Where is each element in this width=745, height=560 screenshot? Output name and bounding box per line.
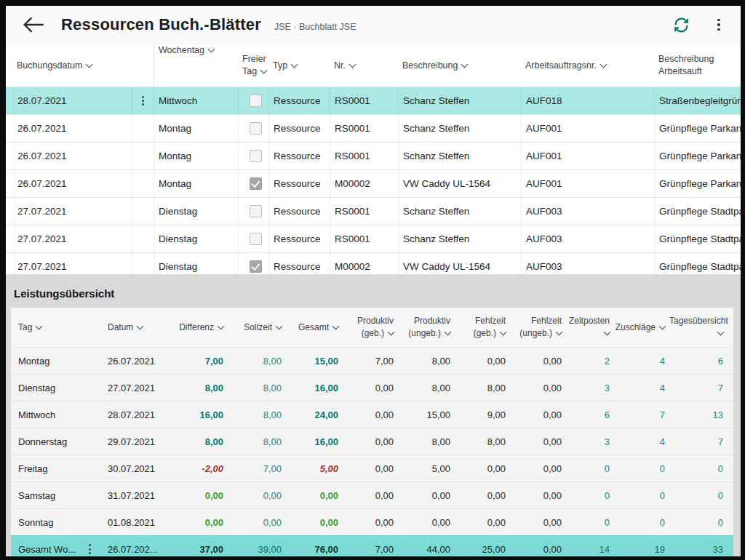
tagesuebersicht-link[interactable]: 0 <box>669 463 733 474</box>
tagesuebersicht-link[interactable]: 7 <box>669 436 733 447</box>
column-header-produktiv-ungeb[interactable]: Produktiv (ungeb.) <box>398 315 455 340</box>
differenz-value[interactable]: -2,00 <box>175 463 228 474</box>
differenz-value[interactable]: 8,00 <box>175 383 228 393</box>
row-menu-icon[interactable] <box>87 543 92 556</box>
arbeitsauftrag-link[interactable]: Grünpflege Stadtpark <box>654 225 741 252</box>
zuschlaege-link[interactable]: 4 <box>614 383 669 393</box>
arbeitsauftrag-link[interactable]: Grünpflege Parkanlage <box>654 170 741 197</box>
list-item[interactable]: Freitag 30.07.2021 -2,00 7,00 5,00 0,00 … <box>11 455 733 481</box>
zeitposten-link[interactable]: 6 <box>566 409 614 420</box>
zuschlaege-link[interactable]: 0 <box>614 490 669 501</box>
column-header-zuschlaege[interactable]: Zuschläge <box>614 321 669 334</box>
sollzeit-value[interactable]: 0,00 <box>228 490 286 501</box>
gesamt-value[interactable]: 16,00 <box>286 383 343 393</box>
zuschlaege-link[interactable]: 19 <box>614 544 669 555</box>
zeitposten-link[interactable]: 14 <box>566 544 614 555</box>
gesamt-value[interactable]: 76,00 <box>286 544 343 555</box>
freier-tag-checkbox[interactable] <box>250 122 262 135</box>
gesamt-value[interactable]: 15,00 <box>286 356 343 367</box>
list-item[interactable]: Donnerstag 29.07.2021 8,00 8,00 16,00 0,… <box>11 428 733 455</box>
freier-tag-checkbox[interactable] <box>250 233 262 245</box>
table-row[interactable]: 27.07.2021 Dienstag Ressource RS0001 Sch… <box>6 225 741 252</box>
list-item[interactable]: Samstag 31.07.2021 0,00 0,00 0,00 0,00 0… <box>11 481 733 508</box>
gesamt-value[interactable]: 24,00 <box>286 409 343 420</box>
sollzeit-value[interactable]: 39,00 <box>228 544 286 555</box>
gesamt-value[interactable]: 16,00 <box>286 436 343 447</box>
column-header-datum[interactable]: Datum <box>97 321 175 334</box>
freier-tag-checkbox[interactable] <box>250 177 262 190</box>
list-item[interactable]: Montag 26.07.2021 7,00 8,00 15,00 7,00 8… <box>11 347 733 374</box>
column-header-typ[interactable]: Typ <box>268 60 330 72</box>
column-header-tagesuebersicht[interactable]: Tagesübersicht <box>669 315 733 340</box>
differenz-value[interactable]: 0,00 <box>175 517 228 528</box>
column-header-zeitposten[interactable]: Zeitposten <box>566 315 614 340</box>
zuschlaege-link[interactable]: 0 <box>614 463 669 474</box>
column-header-differenz[interactable]: Differenz <box>175 321 228 334</box>
zuschlaege-link[interactable]: 0 <box>614 517 669 528</box>
zuschlaege-link[interactable]: 4 <box>614 436 669 447</box>
freier-tag-checkbox[interactable] <box>250 150 262 162</box>
list-item[interactable]: Mittwoch 28.07.2021 16,00 8,00 24,00 0,0… <box>11 401 733 428</box>
table-row[interactable]: 27.07.2021 Dienstag Ressource RS0001 Sch… <box>6 197 741 225</box>
arbeitsauftrag-link[interactable]: Grünpflege Parkanlage <box>654 115 741 142</box>
sollzeit-value[interactable]: 8,00 <box>228 383 286 393</box>
tagesuebersicht-link[interactable]: 13 <box>669 409 733 420</box>
total-row[interactable]: Gesamt Wo... 26.07.202... 37,00 39,00 76… <box>11 535 733 556</box>
column-header-beschreibung[interactable]: Beschreibung <box>398 60 521 72</box>
freier-tag-checkbox[interactable] <box>250 95 262 107</box>
column-header-freier-tag[interactable]: Freier Tag <box>238 53 268 78</box>
table-row[interactable]: 26.07.2021 Montag Ressource RS0001 Schan… <box>6 114 741 142</box>
sollzeit-value[interactable]: 8,00 <box>228 356 286 367</box>
table-row[interactable]: 28.07.2021 Mittwoch Ressource RS0001 Sch… <box>6 87 741 114</box>
row-menu-icon[interactable] <box>140 95 146 108</box>
tagesuebersicht-link[interactable]: 33 <box>669 544 733 555</box>
column-header-sollzeit[interactable]: Sollzeit <box>228 321 286 334</box>
more-options-icon[interactable] <box>716 17 722 33</box>
differenz-value[interactable]: 16,00 <box>175 409 228 420</box>
sollzeit-value[interactable]: 7,00 <box>228 463 286 474</box>
tagesuebersicht-link[interactable]: 7 <box>669 383 733 393</box>
back-button[interactable] <box>22 15 45 34</box>
gesamt-value[interactable]: 0,00 <box>286 517 343 528</box>
freier-tag-checkbox[interactable] <box>250 260 262 273</box>
column-header-beschreibung-arbeitsauftrag[interactable]: Beschreibung Arbeitsauft <box>654 53 741 78</box>
sollzeit-value[interactable]: 0,00 <box>228 517 286 528</box>
column-header-buchungsdatum[interactable]: Buchungsdatum <box>14 60 154 72</box>
list-item[interactable]: Sonntag 01.08.2021 0,00 0,00 0,00 0,00 0… <box>11 508 733 535</box>
differenz-value[interactable]: 8,00 <box>175 436 228 447</box>
list-item[interactable]: Dienstag 27.07.2021 8,00 8,00 16,00 0,00… <box>11 374 733 401</box>
sollzeit-value[interactable]: 8,00 <box>228 409 286 420</box>
arbeitsauftrag-link[interactable]: Straßenbegleitgrün Sie <box>654 87 741 114</box>
zuschlaege-link[interactable]: 7 <box>614 409 669 420</box>
refresh-button[interactable] <box>672 15 691 35</box>
zeitposten-link[interactable]: 0 <box>566 463 614 474</box>
zuschlaege-link[interactable]: 4 <box>614 356 669 367</box>
column-header-tag[interactable]: Tag <box>11 321 97 334</box>
sollzeit-value[interactable]: 8,00 <box>228 436 286 447</box>
tagesuebersicht-link[interactable]: 0 <box>669 490 733 501</box>
column-header-fehlzeit-geb[interactable]: Fehlzeit (geb.) <box>455 315 510 340</box>
differenz-value[interactable]: 7,00 <box>175 356 228 367</box>
column-header-produktiv-geb[interactable]: Produktiv (geb.) <box>343 315 398 340</box>
differenz-value[interactable]: 0,00 <box>175 490 228 501</box>
column-header-nr[interactable]: Nr. <box>330 60 398 72</box>
tagesuebersicht-link[interactable]: 0 <box>669 517 733 528</box>
table-row[interactable]: 26.07.2021 Montag Ressource RS0001 Schan… <box>6 142 741 169</box>
differenz-value[interactable]: 37,00 <box>175 544 228 555</box>
freier-tag-checkbox[interactable] <box>250 205 262 217</box>
zeitposten-link[interactable]: 0 <box>566 490 614 501</box>
arbeitsauftrag-link[interactable]: Grünpflege Parkanlage <box>654 143 741 169</box>
zeitposten-link[interactable]: 0 <box>566 517 614 528</box>
gesamt-value[interactable]: 5,00 <box>286 463 343 474</box>
zeitposten-link[interactable]: 2 <box>566 356 614 367</box>
zeitposten-link[interactable]: 3 <box>566 436 614 447</box>
zeitposten-link[interactable]: 3 <box>566 383 614 393</box>
column-header-wochentag[interactable]: Wochentag <box>154 44 238 87</box>
column-header-gesamt[interactable]: Gesamt <box>286 321 343 334</box>
column-header-arbeitsauftragsnr[interactable]: Arbeitsauftragsnr. <box>521 60 654 72</box>
arbeitsauftrag-link[interactable]: Grünpflege Stadtpark <box>654 198 741 225</box>
gesamt-value[interactable]: 0,00 <box>286 490 343 501</box>
column-header-fehlzeit-ungeb[interactable]: Fehlzeit (ungeb.) <box>510 315 566 340</box>
tagesuebersicht-link[interactable]: 6 <box>669 356 733 367</box>
table-row[interactable]: 26.07.2021 Montag Ressource M00002 VW Ca… <box>6 169 741 197</box>
